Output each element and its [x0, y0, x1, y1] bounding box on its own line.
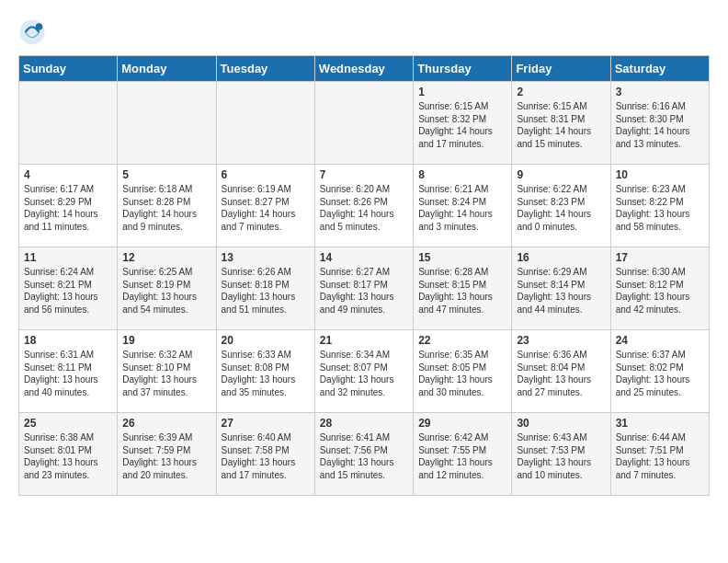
logo	[18, 18, 50, 46]
day-info: Sunrise: 6:37 AM Sunset: 8:02 PM Dayligh…	[616, 349, 704, 398]
day-cell: 21Sunrise: 6:34 AM Sunset: 8:07 PM Dayli…	[314, 330, 413, 413]
day-cell: 22Sunrise: 6:35 AM Sunset: 8:05 PM Dayli…	[414, 330, 512, 413]
day-cell: 1Sunrise: 6:15 AM Sunset: 8:32 PM Daylig…	[414, 82, 512, 165]
day-info: Sunrise: 6:17 AM Sunset: 8:29 PM Dayligh…	[24, 183, 112, 233]
calendar-header: SundayMondayTuesdayWednesdayThursdayFrid…	[19, 56, 710, 82]
day-number: 12	[122, 251, 210, 264]
header-cell-tuesday: Tuesday	[216, 56, 314, 82]
day-info: Sunrise: 6:35 AM Sunset: 8:05 PM Dayligh…	[418, 349, 506, 398]
day-info: Sunrise: 6:24 AM Sunset: 8:21 PM Dayligh…	[24, 266, 112, 316]
day-number: 27	[222, 417, 310, 430]
day-number: 17	[616, 251, 704, 264]
day-number: 20	[222, 334, 310, 347]
day-info: Sunrise: 6:38 AM Sunset: 8:01 PM Dayligh…	[24, 431, 112, 481]
day-number: 16	[517, 251, 605, 264]
day-number: 10	[616, 168, 704, 181]
calendar-table: SundayMondayTuesdayWednesdayThursdayFrid…	[18, 55, 710, 496]
day-cell: 24Sunrise: 6:37 AM Sunset: 8:02 PM Dayli…	[610, 330, 709, 413]
day-number: 29	[418, 417, 506, 430]
day-info: Sunrise: 6:36 AM Sunset: 8:04 PM Dayligh…	[517, 349, 605, 398]
day-number: 6	[222, 168, 310, 181]
day-cell	[19, 82, 118, 165]
day-number: 26	[122, 417, 210, 430]
header	[18, 18, 710, 46]
day-number: 9	[517, 168, 605, 181]
header-cell-friday: Friday	[512, 56, 610, 82]
day-number: 28	[320, 417, 408, 430]
day-cell: 29Sunrise: 6:42 AM Sunset: 7:55 PM Dayli…	[414, 413, 512, 496]
day-number: 18	[24, 334, 112, 347]
day-info: Sunrise: 6:15 AM Sunset: 8:31 PM Dayligh…	[517, 100, 605, 150]
day-cell: 10Sunrise: 6:23 AM Sunset: 8:22 PM Dayli…	[610, 165, 709, 247]
calendar-body: 1Sunrise: 6:15 AM Sunset: 8:32 PM Daylig…	[19, 82, 710, 496]
day-cell	[216, 82, 314, 165]
week-row-4: 18Sunrise: 6:31 AM Sunset: 8:11 PM Dayli…	[19, 330, 710, 413]
day-number: 21	[320, 334, 408, 347]
day-info: Sunrise: 6:41 AM Sunset: 7:56 PM Dayligh…	[320, 431, 408, 481]
day-cell: 18Sunrise: 6:31 AM Sunset: 8:11 PM Dayli…	[19, 330, 118, 413]
day-cell: 27Sunrise: 6:40 AM Sunset: 7:58 PM Dayli…	[216, 413, 314, 496]
day-cell: 11Sunrise: 6:24 AM Sunset: 8:21 PM Dayli…	[19, 247, 118, 330]
day-cell: 15Sunrise: 6:28 AM Sunset: 8:15 PM Dayli…	[414, 247, 512, 330]
day-cell: 20Sunrise: 6:33 AM Sunset: 8:08 PM Dayli…	[216, 330, 314, 413]
day-info: Sunrise: 6:28 AM Sunset: 8:15 PM Dayligh…	[418, 266, 506, 316]
day-cell: 12Sunrise: 6:25 AM Sunset: 8:19 PM Dayli…	[118, 247, 216, 330]
day-cell: 9Sunrise: 6:22 AM Sunset: 8:23 PM Daylig…	[512, 165, 610, 247]
day-info: Sunrise: 6:42 AM Sunset: 7:55 PM Dayligh…	[418, 431, 506, 481]
day-info: Sunrise: 6:23 AM Sunset: 8:22 PM Dayligh…	[616, 183, 704, 233]
day-number: 14	[320, 251, 408, 264]
day-cell: 5Sunrise: 6:18 AM Sunset: 8:28 PM Daylig…	[118, 165, 216, 247]
week-row-1: 1Sunrise: 6:15 AM Sunset: 8:32 PM Daylig…	[19, 82, 710, 165]
day-number: 31	[616, 417, 704, 430]
header-row: SundayMondayTuesdayWednesdayThursdayFrid…	[19, 56, 710, 82]
header-cell-wednesday: Wednesday	[314, 56, 413, 82]
svg-point-1	[36, 23, 43, 30]
day-number: 23	[517, 334, 605, 347]
day-info: Sunrise: 6:34 AM Sunset: 8:07 PM Dayligh…	[320, 349, 408, 398]
header-cell-sunday: Sunday	[19, 56, 118, 82]
day-info: Sunrise: 6:33 AM Sunset: 8:08 PM Dayligh…	[222, 349, 310, 398]
day-cell: 2Sunrise: 6:15 AM Sunset: 8:31 PM Daylig…	[512, 82, 610, 165]
week-row-3: 11Sunrise: 6:24 AM Sunset: 8:21 PM Dayli…	[19, 247, 710, 330]
day-cell: 23Sunrise: 6:36 AM Sunset: 8:04 PM Dayli…	[512, 330, 610, 413]
day-info: Sunrise: 6:18 AM Sunset: 8:28 PM Dayligh…	[122, 183, 210, 233]
day-number: 3	[616, 86, 704, 98]
day-info: Sunrise: 6:43 AM Sunset: 7:53 PM Dayligh…	[517, 431, 605, 481]
day-info: Sunrise: 6:32 AM Sunset: 8:10 PM Dayligh…	[122, 349, 210, 398]
day-cell: 17Sunrise: 6:30 AM Sunset: 8:12 PM Dayli…	[610, 247, 709, 330]
day-cell: 30Sunrise: 6:43 AM Sunset: 7:53 PM Dayli…	[512, 413, 610, 496]
week-row-5: 25Sunrise: 6:38 AM Sunset: 8:01 PM Dayli…	[19, 413, 710, 496]
day-number: 4	[24, 168, 112, 181]
day-cell: 8Sunrise: 6:21 AM Sunset: 8:24 PM Daylig…	[414, 165, 512, 247]
day-info: Sunrise: 6:26 AM Sunset: 8:18 PM Dayligh…	[222, 266, 310, 316]
day-cell: 4Sunrise: 6:17 AM Sunset: 8:29 PM Daylig…	[19, 165, 118, 247]
day-cell: 14Sunrise: 6:27 AM Sunset: 8:17 PM Dayli…	[314, 247, 413, 330]
header-cell-thursday: Thursday	[414, 56, 512, 82]
day-info: Sunrise: 6:22 AM Sunset: 8:23 PM Dayligh…	[517, 183, 605, 233]
day-number: 7	[320, 168, 408, 181]
day-number: 8	[418, 168, 506, 181]
day-cell: 25Sunrise: 6:38 AM Sunset: 8:01 PM Dayli…	[19, 413, 118, 496]
day-info: Sunrise: 6:27 AM Sunset: 8:17 PM Dayligh…	[320, 266, 408, 316]
day-info: Sunrise: 6:40 AM Sunset: 7:58 PM Dayligh…	[222, 431, 310, 481]
day-info: Sunrise: 6:20 AM Sunset: 8:26 PM Dayligh…	[320, 183, 408, 233]
day-cell: 7Sunrise: 6:20 AM Sunset: 8:26 PM Daylig…	[314, 165, 413, 247]
day-number: 19	[122, 334, 210, 347]
day-info: Sunrise: 6:44 AM Sunset: 7:51 PM Dayligh…	[616, 431, 704, 481]
svg-point-0	[20, 20, 45, 45]
day-info: Sunrise: 6:16 AM Sunset: 8:30 PM Dayligh…	[616, 100, 704, 150]
day-info: Sunrise: 6:31 AM Sunset: 8:11 PM Dayligh…	[24, 349, 112, 398]
day-cell: 3Sunrise: 6:16 AM Sunset: 8:30 PM Daylig…	[610, 82, 709, 165]
day-number: 5	[122, 168, 210, 181]
day-number: 11	[24, 251, 112, 264]
day-cell	[314, 82, 413, 165]
day-cell: 19Sunrise: 6:32 AM Sunset: 8:10 PM Dayli…	[118, 330, 216, 413]
week-row-2: 4Sunrise: 6:17 AM Sunset: 8:29 PM Daylig…	[19, 165, 710, 247]
header-cell-saturday: Saturday	[610, 56, 709, 82]
day-info: Sunrise: 6:29 AM Sunset: 8:14 PM Dayligh…	[517, 266, 605, 316]
day-info: Sunrise: 6:15 AM Sunset: 8:32 PM Dayligh…	[418, 100, 506, 150]
day-cell: 28Sunrise: 6:41 AM Sunset: 7:56 PM Dayli…	[314, 413, 413, 496]
day-number: 22	[418, 334, 506, 347]
day-number: 1	[418, 86, 506, 98]
day-info: Sunrise: 6:21 AM Sunset: 8:24 PM Dayligh…	[418, 183, 506, 233]
